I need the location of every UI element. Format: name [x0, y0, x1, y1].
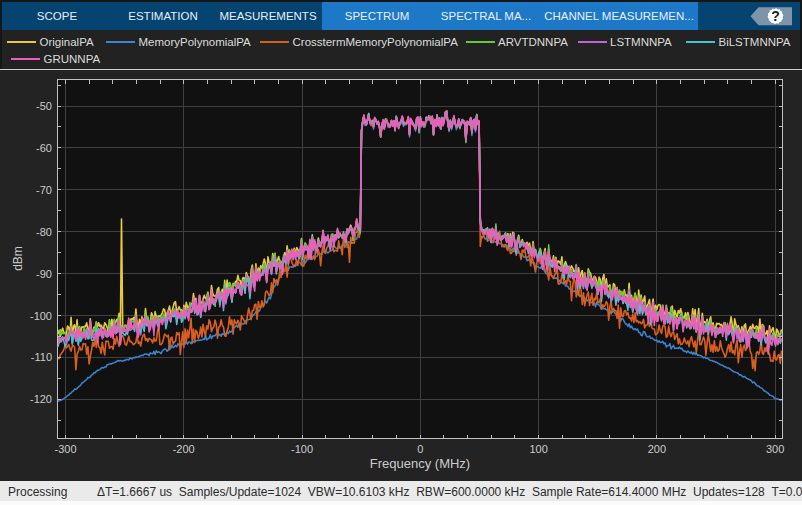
svg-text:dBm: dBm — [11, 246, 25, 271]
svg-text:100: 100 — [529, 443, 547, 455]
svg-text:-90: -90 — [36, 268, 52, 280]
svg-text:-110: -110 — [31, 351, 52, 363]
svg-text:-60: -60 — [36, 142, 52, 154]
svg-text:-80: -80 — [36, 226, 52, 238]
svg-text:-50: -50 — [36, 100, 52, 112]
svg-text:300: 300 — [766, 443, 784, 455]
svg-text:-70: -70 — [36, 184, 52, 196]
svg-text:?: ? — [771, 8, 780, 24]
svg-text:Frequency (MHz): Frequency (MHz) — [370, 456, 470, 471]
svg-text:0: 0 — [417, 443, 423, 455]
svg-text:-100: -100 — [30, 310, 52, 322]
svg-text:200: 200 — [648, 443, 666, 455]
svg-text:-300: -300 — [54, 443, 76, 455]
svg-text:-200: -200 — [173, 443, 195, 455]
svg-text:-120: -120 — [30, 393, 52, 405]
svg-text:-100: -100 — [291, 443, 313, 455]
